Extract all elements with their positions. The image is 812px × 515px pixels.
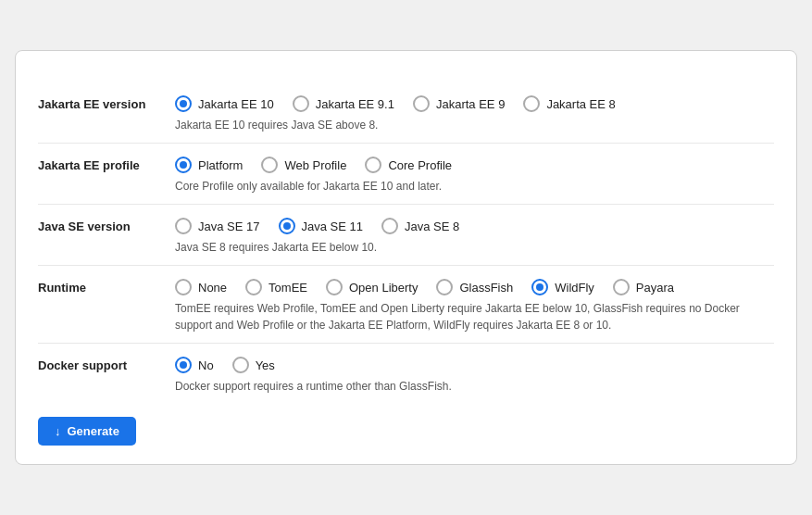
radio-outer-0-1 — [293, 95, 309, 112]
hint-text-1: Core Profile only available for Jakarta … — [175, 178, 774, 195]
radio-item-0-1[interactable]: Jakarta EE 9.1 — [293, 95, 394, 112]
form-label-3: Runtime — [38, 279, 175, 295]
hint-text-3: TomEE requires Web Profile, TomEE and Op… — [175, 300, 774, 333]
radio-outer-4-0 — [175, 357, 192, 373]
hint-text-0: Jakarta EE 10 requires Java SE above 8. — [175, 117, 774, 133]
form-row-1: Jakarta EE profilePlatformWeb ProfileCor… — [38, 147, 774, 200]
radio-outer-3-5 — [613, 279, 630, 295]
radio-inner-4-0 — [180, 361, 187, 369]
radio-outer-2-0 — [175, 218, 192, 234]
radio-item-0-0[interactable]: Jakarta EE 10 — [175, 95, 274, 112]
radio-label-3-4: WildFly — [555, 281, 594, 295]
radio-item-2-2[interactable]: Java SE 8 — [381, 218, 459, 234]
radio-outer-1-1 — [261, 157, 278, 173]
radio-group-2: Java SE 17Java SE 11Java SE 8 — [175, 218, 774, 234]
radio-item-0-2[interactable]: Jakarta EE 9 — [413, 95, 505, 112]
radio-item-3-0[interactable]: None — [175, 279, 227, 295]
radio-label-0-3: Jakarta EE 8 — [546, 97, 615, 111]
radio-label-1-2: Core Profile — [388, 158, 452, 172]
generate-button[interactable]: ↓ Generate — [38, 417, 136, 446]
radio-outer-2-1 — [279, 218, 295, 234]
radio-outer-3-1 — [245, 279, 262, 295]
radio-label-3-3: GlassFish — [459, 281, 513, 295]
radio-label-2-0: Java SE 17 — [198, 220, 260, 233]
radio-label-1-1: Web Profile — [284, 158, 346, 172]
form-options-2: Java SE 17Java SE 11Java SE 8Java SE 8 r… — [175, 218, 774, 256]
form-label-4: Docker support — [38, 357, 175, 372]
radio-outer-3-2 — [326, 279, 343, 295]
radio-item-3-2[interactable]: Open Liberty — [326, 279, 418, 295]
radio-label-0-2: Jakarta EE 9 — [436, 97, 505, 111]
radio-label-0-1: Jakarta EE 9.1 — [316, 97, 394, 111]
radio-item-3-3[interactable]: GlassFish — [436, 279, 513, 295]
radio-outer-3-4 — [531, 279, 548, 295]
generate-icon: ↓ — [55, 424, 61, 438]
radio-item-4-1[interactable]: Yes — [232, 357, 275, 373]
radio-group-4: NoYes — [175, 357, 774, 373]
radio-label-3-5: Payara — [636, 281, 674, 295]
radio-label-2-2: Java SE 8 — [405, 220, 459, 233]
radio-outer-2-2 — [381, 218, 398, 234]
form-row-4: Docker supportNoYesDocker support requir… — [38, 347, 774, 400]
hint-text-4: Docker support requires a runtime other … — [175, 378, 774, 395]
radio-item-1-2[interactable]: Core Profile — [365, 157, 452, 173]
radio-item-4-0[interactable]: No — [175, 357, 214, 373]
form-label-0: Jakarta EE version — [38, 95, 175, 111]
radio-label-4-1: Yes — [256, 358, 275, 372]
radio-inner-2-1 — [283, 222, 291, 230]
radio-inner-3-4 — [536, 283, 543, 291]
form-options-1: PlatformWeb ProfileCore ProfileCore Prof… — [175, 157, 774, 195]
form-options-0: Jakarta EE 10Jakarta EE 9.1Jakarta EE 9J… — [175, 95, 774, 133]
radio-label-3-1: TomEE — [269, 281, 307, 295]
radio-label-3-0: None — [198, 281, 227, 295]
form-row-0: Jakarta EE versionJakarta EE 10Jakarta E… — [38, 86, 774, 139]
radio-item-3-4[interactable]: WildFly — [531, 279, 594, 295]
radio-label-3-2: Open Liberty — [349, 281, 418, 295]
radio-outer-3-0 — [175, 279, 192, 295]
radio-item-1-0[interactable]: Platform — [175, 157, 243, 173]
radio-inner-0-0 — [180, 100, 187, 107]
radio-outer-4-1 — [232, 357, 249, 373]
radio-label-0-0: Jakarta EE 10 — [198, 97, 274, 111]
form-row-2: Java SE versionJava SE 17Java SE 11Java … — [38, 208, 774, 261]
radio-item-2-0[interactable]: Java SE 17 — [175, 218, 260, 234]
hint-text-2: Java SE 8 requires Jakarta EE below 10. — [175, 239, 774, 256]
radio-outer-3-3 — [436, 279, 453, 295]
radio-outer-0-0 — [175, 95, 192, 112]
form-row-3: RuntimeNoneTomEEOpen LibertyGlassFishWil… — [38, 270, 774, 339]
form-options-3: NoneTomEEOpen LibertyGlassFishWildFlyPay… — [175, 279, 774, 333]
radio-label-2-1: Java SE 11 — [302, 220, 364, 233]
radio-outer-0-3 — [523, 95, 540, 112]
main-card: Jakarta EE versionJakarta EE 10Jakarta E… — [15, 50, 797, 465]
radio-label-1-0: Platform — [198, 158, 243, 172]
form-label-1: Jakarta EE profile — [38, 157, 175, 172]
form-label-2: Java SE version — [38, 218, 175, 233]
form-options-4: NoYesDocker support requires a runtime o… — [175, 357, 774, 395]
radio-item-0-3[interactable]: Jakarta EE 8 — [523, 95, 615, 112]
radio-item-3-5[interactable]: Payara — [613, 279, 674, 295]
radio-item-3-1[interactable]: TomEE — [245, 279, 307, 295]
radio-label-4-0: No — [198, 358, 214, 372]
radio-outer-0-2 — [413, 95, 430, 112]
radio-group-0: Jakarta EE 10Jakarta EE 9.1Jakarta EE 9J… — [175, 95, 774, 112]
radio-item-1-1[interactable]: Web Profile — [261, 157, 346, 173]
generate-label: Generate — [68, 424, 119, 438]
radio-item-2-1[interactable]: Java SE 11 — [279, 218, 364, 234]
radio-inner-1-0 — [180, 161, 187, 169]
radio-outer-1-2 — [365, 157, 381, 173]
radio-group-1: PlatformWeb ProfileCore Profile — [175, 157, 774, 173]
form-container: Jakarta EE versionJakarta EE 10Jakarta E… — [38, 86, 774, 400]
radio-outer-1-0 — [175, 157, 192, 173]
radio-group-3: NoneTomEEOpen LibertyGlassFishWildFlyPay… — [175, 279, 774, 295]
